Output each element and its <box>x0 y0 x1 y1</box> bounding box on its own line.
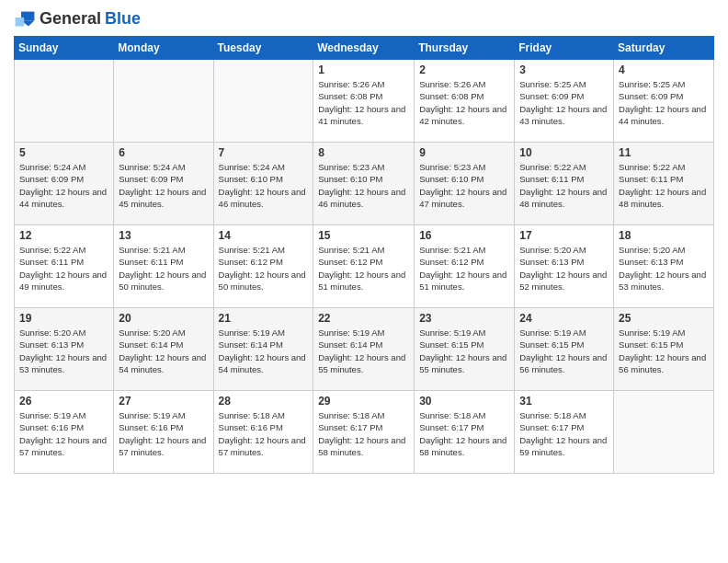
day-number: 4 <box>619 63 709 76</box>
calendar-cell: 12Sunrise: 5:22 AM Sunset: 6:11 PM Dayli… <box>15 225 114 308</box>
day-info: Sunrise: 5:21 AM Sunset: 6:12 PM Dayligh… <box>318 244 409 293</box>
calendar-week-5: 26Sunrise: 5:19 AM Sunset: 6:16 PM Dayli… <box>15 391 714 474</box>
day-info: Sunrise: 5:25 AM Sunset: 6:09 PM Dayligh… <box>619 78 709 127</box>
calendar-cell: 17Sunrise: 5:20 AM Sunset: 6:13 PM Dayli… <box>515 225 614 308</box>
day-number: 22 <box>318 312 409 325</box>
calendar-week-1: 1Sunrise: 5:26 AM Sunset: 6:08 PM Daylig… <box>15 60 714 143</box>
weekday-header-wednesday: Wednesday <box>313 37 415 60</box>
day-number: 13 <box>119 229 208 242</box>
calendar-cell: 5Sunrise: 5:24 AM Sunset: 6:09 PM Daylig… <box>15 143 114 225</box>
day-info: Sunrise: 5:19 AM Sunset: 6:15 PM Dayligh… <box>419 327 509 375</box>
logo-blue: Blue <box>105 9 141 29</box>
calendar-cell: 31Sunrise: 5:18 AM Sunset: 6:17 PM Dayli… <box>515 391 614 474</box>
day-number: 8 <box>318 146 409 159</box>
calendar-cell: 22Sunrise: 5:19 AM Sunset: 6:14 PM Dayli… <box>313 308 415 391</box>
calendar-cell: 27Sunrise: 5:19 AM Sunset: 6:16 PM Dayli… <box>114 391 213 474</box>
calendar-week-3: 12Sunrise: 5:22 AM Sunset: 6:11 PM Dayli… <box>15 225 714 308</box>
calendar-cell: 7Sunrise: 5:24 AM Sunset: 6:10 PM Daylig… <box>213 143 313 225</box>
day-number: 14 <box>219 229 309 242</box>
day-number: 25 <box>619 312 709 325</box>
day-info: Sunrise: 5:18 AM Sunset: 6:17 PM Dayligh… <box>318 409 409 458</box>
day-info: Sunrise: 5:18 AM Sunset: 6:17 PM Dayligh… <box>519 409 609 458</box>
calendar-cell: 11Sunrise: 5:22 AM Sunset: 6:11 PM Dayli… <box>614 143 714 225</box>
day-info: Sunrise: 5:19 AM Sunset: 6:14 PM Dayligh… <box>219 327 309 375</box>
day-number: 10 <box>519 146 609 159</box>
calendar-cell: 21Sunrise: 5:19 AM Sunset: 6:14 PM Dayli… <box>213 308 313 391</box>
day-info: Sunrise: 5:24 AM Sunset: 6:09 PM Dayligh… <box>19 161 108 210</box>
day-info: Sunrise: 5:20 AM Sunset: 6:13 PM Dayligh… <box>19 327 108 375</box>
weekday-header-monday: Monday <box>114 37 213 60</box>
calendar-cell: 15Sunrise: 5:21 AM Sunset: 6:12 PM Dayli… <box>313 225 415 308</box>
logo-icon <box>14 10 36 29</box>
calendar-cell <box>614 391 714 474</box>
calendar-cell: 19Sunrise: 5:20 AM Sunset: 6:13 PM Dayli… <box>15 308 114 391</box>
day-number: 31 <box>519 395 609 408</box>
day-number: 9 <box>419 146 509 159</box>
day-info: Sunrise: 5:23 AM Sunset: 6:10 PM Dayligh… <box>318 161 409 210</box>
day-info: Sunrise: 5:19 AM Sunset: 6:16 PM Dayligh… <box>119 409 208 458</box>
day-number: 7 <box>219 146 309 159</box>
weekday-header-tuesday: Tuesday <box>213 37 313 60</box>
day-info: Sunrise: 5:19 AM Sunset: 6:16 PM Dayligh… <box>19 409 108 458</box>
day-info: Sunrise: 5:19 AM Sunset: 6:14 PM Dayligh… <box>318 327 409 375</box>
calendar-cell <box>15 60 114 143</box>
day-info: Sunrise: 5:24 AM Sunset: 6:10 PM Dayligh… <box>219 161 309 210</box>
weekday-header-thursday: Thursday <box>415 37 515 60</box>
day-info: Sunrise: 5:25 AM Sunset: 6:09 PM Dayligh… <box>519 78 609 127</box>
day-number: 15 <box>318 229 409 242</box>
calendar-cell: 2Sunrise: 5:26 AM Sunset: 6:08 PM Daylig… <box>415 60 515 143</box>
day-number: 1 <box>318 63 409 76</box>
day-number: 6 <box>119 146 208 159</box>
calendar-week-2: 5Sunrise: 5:24 AM Sunset: 6:09 PM Daylig… <box>15 143 714 225</box>
calendar-cell: 3Sunrise: 5:25 AM Sunset: 6:09 PM Daylig… <box>515 60 614 143</box>
calendar-cell: 20Sunrise: 5:20 AM Sunset: 6:14 PM Dayli… <box>114 308 213 391</box>
day-number: 18 <box>619 229 709 242</box>
calendar-cell: 10Sunrise: 5:22 AM Sunset: 6:11 PM Dayli… <box>515 143 614 225</box>
calendar-cell: 14Sunrise: 5:21 AM Sunset: 6:12 PM Dayli… <box>213 225 313 308</box>
day-number: 24 <box>519 312 609 325</box>
calendar-cell: 23Sunrise: 5:19 AM Sunset: 6:15 PM Dayli… <box>415 308 515 391</box>
weekday-header-row: SundayMondayTuesdayWednesdayThursdayFrid… <box>15 37 714 60</box>
day-number: 11 <box>619 146 709 159</box>
calendar-cell: 24Sunrise: 5:19 AM Sunset: 6:15 PM Dayli… <box>515 308 614 391</box>
day-info: Sunrise: 5:26 AM Sunset: 6:08 PM Dayligh… <box>419 78 509 127</box>
day-info: Sunrise: 5:18 AM Sunset: 6:17 PM Dayligh… <box>419 409 509 458</box>
calendar-cell: 30Sunrise: 5:18 AM Sunset: 6:17 PM Dayli… <box>415 391 515 474</box>
day-info: Sunrise: 5:20 AM Sunset: 6:14 PM Dayligh… <box>119 327 208 375</box>
calendar-cell <box>213 60 313 143</box>
day-info: Sunrise: 5:22 AM Sunset: 6:11 PM Dayligh… <box>519 161 609 210</box>
calendar-cell: 13Sunrise: 5:21 AM Sunset: 6:11 PM Dayli… <box>114 225 213 308</box>
day-number: 19 <box>19 312 108 325</box>
calendar-cell: 29Sunrise: 5:18 AM Sunset: 6:17 PM Dayli… <box>313 391 415 474</box>
calendar-cell: 1Sunrise: 5:26 AM Sunset: 6:08 PM Daylig… <box>313 60 415 143</box>
day-number: 16 <box>419 229 509 242</box>
day-number: 30 <box>419 395 509 408</box>
day-number: 12 <box>19 229 108 242</box>
day-number: 20 <box>119 312 208 325</box>
page-header: GeneralBlue <box>14 9 714 29</box>
day-number: 5 <box>19 146 108 159</box>
calendar-cell: 26Sunrise: 5:19 AM Sunset: 6:16 PM Dayli… <box>15 391 114 474</box>
calendar-table: SundayMondayTuesdayWednesdayThursdayFrid… <box>14 36 714 474</box>
calendar-cell: 4Sunrise: 5:25 AM Sunset: 6:09 PM Daylig… <box>614 60 714 143</box>
day-number: 3 <box>519 63 609 76</box>
day-info: Sunrise: 5:26 AM Sunset: 6:08 PM Dayligh… <box>318 78 409 127</box>
day-info: Sunrise: 5:19 AM Sunset: 6:15 PM Dayligh… <box>619 327 709 375</box>
day-number: 2 <box>419 63 509 76</box>
day-info: Sunrise: 5:21 AM Sunset: 6:11 PM Dayligh… <box>119 244 208 293</box>
calendar-cell <box>114 60 213 143</box>
day-info: Sunrise: 5:21 AM Sunset: 6:12 PM Dayligh… <box>419 244 509 293</box>
weekday-header-saturday: Saturday <box>614 37 714 60</box>
day-number: 21 <box>219 312 309 325</box>
calendar-cell: 18Sunrise: 5:20 AM Sunset: 6:13 PM Dayli… <box>614 225 714 308</box>
day-number: 28 <box>219 395 309 408</box>
day-info: Sunrise: 5:21 AM Sunset: 6:12 PM Dayligh… <box>219 244 309 293</box>
day-info: Sunrise: 5:22 AM Sunset: 6:11 PM Dayligh… <box>619 161 709 210</box>
calendar-cell: 6Sunrise: 5:24 AM Sunset: 6:09 PM Daylig… <box>114 143 213 225</box>
svg-rect-2 <box>16 17 25 27</box>
calendar-cell: 8Sunrise: 5:23 AM Sunset: 6:10 PM Daylig… <box>313 143 415 225</box>
day-number: 26 <box>19 395 108 408</box>
day-number: 17 <box>519 229 609 242</box>
day-info: Sunrise: 5:24 AM Sunset: 6:09 PM Dayligh… <box>119 161 208 210</box>
calendar-cell: 28Sunrise: 5:18 AM Sunset: 6:16 PM Dayli… <box>213 391 313 474</box>
